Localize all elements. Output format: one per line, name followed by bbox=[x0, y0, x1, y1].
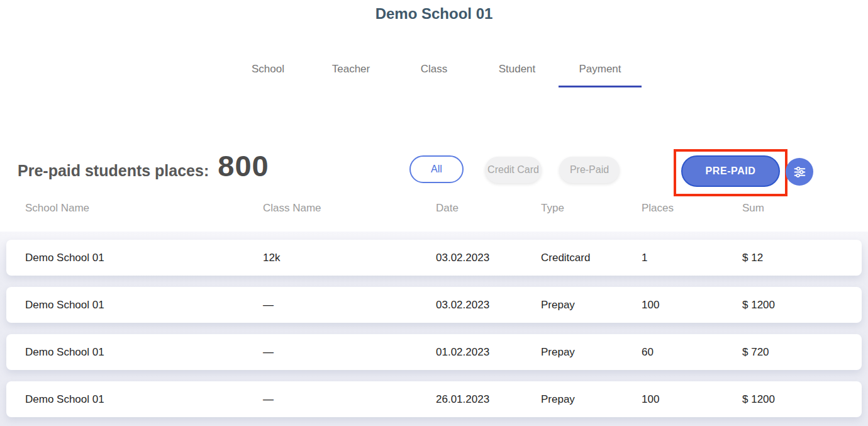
cell-date: 03.02.2023 bbox=[436, 252, 541, 264]
tab-student[interactable]: Student bbox=[476, 59, 559, 87]
table-row[interactable]: Demo School 01 12k 03.02.2023 Creditcard… bbox=[6, 240, 862, 276]
tab-bar: School Teacher Class Student Payment bbox=[226, 59, 642, 87]
cell-school-name: Demo School 01 bbox=[25, 346, 263, 359]
cell-type: Prepay bbox=[541, 299, 642, 311]
cell-sum: $ 12 bbox=[742, 252, 862, 264]
cell-school-name: Demo School 01 bbox=[25, 252, 263, 264]
cell-date: 26.01.2023 bbox=[436, 393, 541, 406]
tab-teacher[interactable]: Teacher bbox=[309, 59, 392, 87]
prepaid-summary: Pre-paid students places: 800 bbox=[18, 149, 269, 183]
pre-paid-action-button[interactable]: PRE-PAID bbox=[681, 155, 780, 187]
column-header-date: Date bbox=[436, 202, 541, 215]
cell-class-name: — bbox=[263, 346, 436, 359]
cell-class-name: — bbox=[263, 299, 436, 311]
cell-sum: $ 1200 bbox=[742, 299, 862, 311]
cell-class-name: 12k bbox=[263, 252, 436, 264]
cell-class-name: — bbox=[263, 393, 436, 406]
cell-places: 100 bbox=[642, 299, 742, 311]
cell-type: Prepay bbox=[541, 346, 642, 359]
summary-value: 800 bbox=[218, 149, 269, 183]
filter-all-button[interactable]: All bbox=[409, 155, 464, 183]
sliders-icon bbox=[791, 164, 808, 181]
filter-pre-paid-button[interactable]: Pre-Paid bbox=[559, 157, 620, 183]
column-header-sum: Sum bbox=[742, 202, 868, 215]
column-header-type: Type bbox=[541, 202, 642, 215]
column-header-school-name: School Name bbox=[25, 202, 263, 215]
cell-date: 01.02.2023 bbox=[436, 346, 541, 359]
cell-type: Creditcard bbox=[541, 252, 642, 264]
tab-payment[interactable]: Payment bbox=[559, 59, 642, 87]
table-header-row: School Name Class Name Date Type Places … bbox=[6, 202, 868, 215]
cell-sum: $ 1200 bbox=[742, 393, 862, 406]
cell-type: Prepay bbox=[541, 393, 642, 406]
tab-school[interactable]: School bbox=[226, 59, 309, 87]
page-title: Demo School 01 bbox=[0, 5, 868, 23]
cell-places: 100 bbox=[642, 393, 742, 406]
tab-class[interactable]: Class bbox=[392, 59, 476, 87]
payments-list: Demo School 01 12k 03.02.2023 Creditcard… bbox=[0, 232, 868, 426]
column-header-places: Places bbox=[642, 202, 742, 215]
cell-date: 03.02.2023 bbox=[436, 299, 541, 311]
column-header-class-name: Class Name bbox=[263, 202, 436, 215]
table-row[interactable]: Demo School 01 — 26.01.2023 Prepay 100 $… bbox=[6, 381, 862, 417]
cell-school-name: Demo School 01 bbox=[25, 393, 263, 406]
cell-places: 60 bbox=[642, 346, 742, 359]
filter-settings-button[interactable] bbox=[786, 158, 813, 186]
table-row[interactable]: Demo School 01 — 01.02.2023 Prepay 60 $ … bbox=[6, 334, 862, 370]
cell-school-name: Demo School 01 bbox=[25, 299, 263, 311]
summary-label: Pre-paid students places: bbox=[18, 162, 209, 180]
filter-credit-card-button[interactable]: Credit Card bbox=[485, 157, 542, 183]
cell-places: 1 bbox=[642, 252, 742, 264]
cell-sum: $ 720 bbox=[742, 346, 862, 359]
table-row[interactable]: Demo School 01 — 03.02.2023 Prepay 100 $… bbox=[6, 287, 862, 323]
payment-page: Demo School 01 School Teacher Class Stud… bbox=[0, 0, 868, 426]
